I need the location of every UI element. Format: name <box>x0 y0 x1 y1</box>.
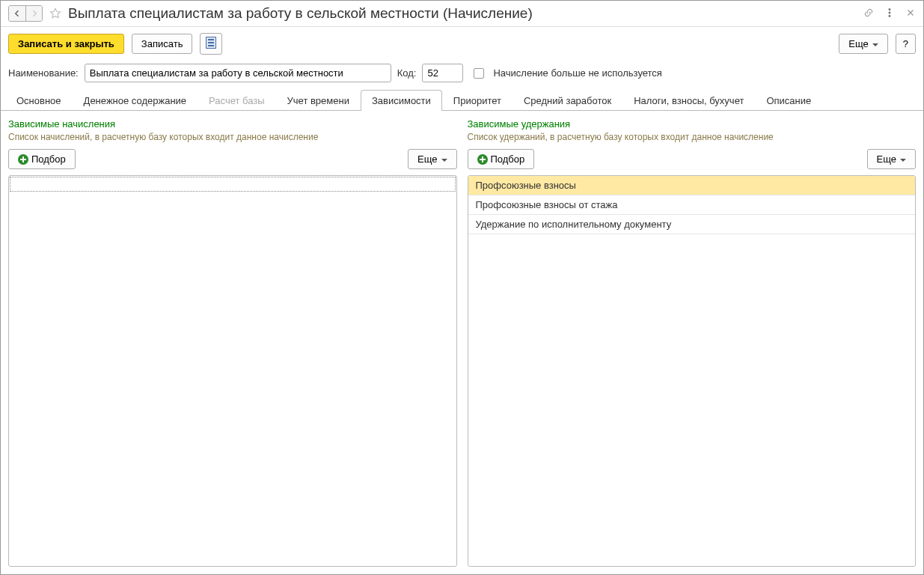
left-more-button[interactable]: Еще <box>408 149 456 169</box>
left-pane-title: Зависимые начисления <box>8 118 457 130</box>
list-item[interactable]: Профсоюзные взносы от стажа <box>468 195 916 215</box>
save-and-close-button[interactable]: Записать и закрыть <box>8 34 124 54</box>
right-more-button[interactable]: Еще <box>867 149 916 169</box>
tab-description[interactable]: Описание <box>755 90 822 111</box>
unused-label: Начисление больше не используется <box>493 67 661 79</box>
dependent-accruals-list[interactable] <box>8 175 457 567</box>
svg-point-0 <box>889 8 890 10</box>
left-select-button[interactable]: Подбор <box>8 149 76 169</box>
close-icon[interactable] <box>905 7 916 20</box>
dependent-deductions-list[interactable]: Профсоюзные взносы Профсоюзные взносы от… <box>468 175 917 567</box>
name-label: Наименование: <box>8 67 79 79</box>
right-pane-title: Зависимые удержания <box>468 118 917 130</box>
nav-back-button[interactable] <box>9 6 25 21</box>
name-input[interactable] <box>85 64 391 82</box>
list-item[interactable]: Удержание по исполнительному документу <box>468 215 916 234</box>
kebab-menu-icon[interactable] <box>884 7 895 20</box>
toolbar-more-button[interactable]: Еще <box>839 34 887 54</box>
help-button[interactable]: ? <box>896 34 916 54</box>
tab-base-calc[interactable]: Расчет базы <box>198 90 276 111</box>
document-button[interactable] <box>200 33 222 55</box>
svg-point-2 <box>889 15 890 16</box>
favorite-star-icon[interactable] <box>49 7 62 20</box>
tab-time[interactable]: Учет времени <box>276 90 361 111</box>
code-input[interactable] <box>422 64 463 82</box>
tab-bar: Основное Денежное содержание Расчет базы… <box>1 90 923 111</box>
left-pane-desc: Список начислений, в расчетную базу кото… <box>8 131 457 143</box>
tab-priority[interactable]: Приоритет <box>442 90 513 111</box>
tab-dependencies[interactable]: Зависимости <box>361 90 442 111</box>
dependent-accruals-pane: Зависимые начисления Список начислений, … <box>8 118 457 567</box>
tab-main[interactable]: Основное <box>5 90 73 111</box>
link-icon[interactable] <box>863 7 874 20</box>
tab-average-income[interactable]: Средний заработок <box>513 90 622 111</box>
right-pane-desc: Список удержаний, в расчетную базу котор… <box>468 131 917 143</box>
left-select-label: Подбор <box>31 153 66 165</box>
unused-checkbox[interactable] <box>474 68 484 79</box>
right-select-label: Подбор <box>491 153 525 165</box>
save-button[interactable]: Записать <box>132 34 193 54</box>
svg-point-1 <box>889 11 890 13</box>
document-icon <box>206 37 216 49</box>
plus-icon <box>477 154 488 165</box>
page-title: Выплата специалистам за работу в сельско… <box>68 5 863 22</box>
nav-forward-button[interactable] <box>25 6 42 21</box>
plus-icon <box>18 154 28 165</box>
tab-taxes[interactable]: Налоги, взносы, бухучет <box>622 90 755 111</box>
empty-row[interactable] <box>10 177 456 192</box>
dependent-deductions-pane: Зависимые удержания Список удержаний, в … <box>468 118 917 567</box>
tab-money-content[interactable]: Денежное содержание <box>73 90 198 111</box>
right-select-button[interactable]: Подбор <box>468 149 535 169</box>
code-label: Код: <box>397 67 417 79</box>
list-item[interactable]: Профсоюзные взносы <box>468 176 916 195</box>
